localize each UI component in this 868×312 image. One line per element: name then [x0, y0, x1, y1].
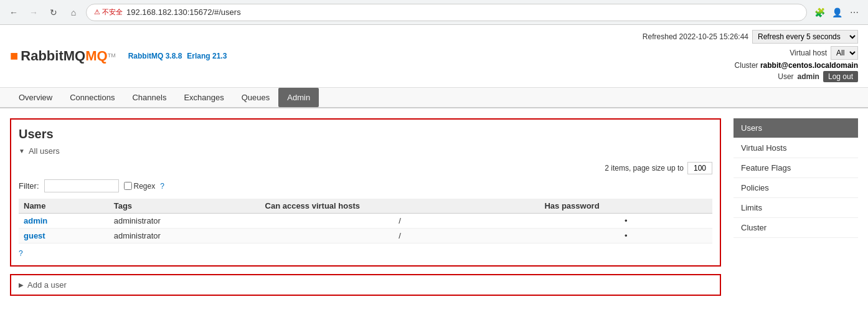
sidebar-item-feature-flags[interactable]: Feature Flags — [734, 158, 858, 178]
logo: ■ RabbitMQMQTM RabbitMQ 3.8.8 Erlang 21.… — [10, 48, 227, 64]
browser-actions: 🧩 👤 ⋯ — [812, 5, 862, 20]
vhost-label: Virtual host — [790, 49, 827, 57]
col-tags: Tags — [109, 199, 260, 214]
all-users-header[interactable]: ▼ All users — [19, 146, 712, 156]
section-title: Users — [19, 127, 712, 141]
nav-exchanges[interactable]: Exchanges — [175, 88, 232, 107]
regex-label[interactable]: Regex — [124, 182, 156, 191]
sidebar-item-policies[interactable]: Policies — [734, 178, 858, 198]
filter-help[interactable]: ? — [160, 182, 164, 191]
cell-tags: administrator — [109, 229, 260, 243]
main-content: Users ▼ All users 2 items, page size up … — [0, 108, 868, 312]
logo-tm: TM — [108, 52, 116, 59]
users-section: Users ▼ All users 2 items, page size up … — [10, 118, 721, 267]
home-button[interactable]: ⌂ — [66, 5, 81, 20]
table-header-row: Name Tags Can access virtual hosts Has p… — [19, 199, 712, 214]
version-erlang: Erlang 21.3 — [187, 52, 227, 60]
cluster-label: Cluster — [735, 61, 758, 70]
version-rabbit: RabbitMQ 3.8.8 — [128, 52, 182, 60]
nav-admin[interactable]: Admin — [278, 88, 319, 107]
col-vhosts: Can access virtual hosts — [260, 199, 540, 214]
right-sidebar: UsersVirtual HostsFeature FlagsPoliciesL… — [734, 118, 858, 303]
left-panel: Users ▼ All users 2 items, page size up … — [10, 118, 721, 303]
cell-password: • — [539, 229, 712, 243]
filter-input[interactable] — [44, 179, 119, 192]
cluster-row: Cluster rabbit@centos.localdomain — [643, 61, 858, 70]
refresh-select[interactable]: Refresh every 5 seconds Refresh every 10… — [752, 30, 858, 44]
refresh-button[interactable]: ↻ — [46, 5, 61, 20]
sidebar-item-virtual-hosts[interactable]: Virtual Hosts — [734, 138, 858, 158]
col-name: Name — [19, 199, 109, 214]
logo-text: RabbitMQMQTM — [21, 48, 115, 64]
back-button[interactable]: ← — [6, 5, 21, 20]
app: ■ RabbitMQMQTM RabbitMQ 3.8.8 Erlang 21.… — [0, 25, 868, 312]
address-bar[interactable]: ⚠ 不安全 192.168.182.130:15672/#/users — [86, 4, 807, 21]
forward-button[interactable]: → — [26, 5, 41, 20]
sidebar-item-cluster[interactable]: Cluster — [734, 218, 858, 238]
filter-row: Filter: Regex ? — [19, 179, 712, 192]
add-user-label: Add a user — [27, 280, 67, 290]
page-size-row: 2 items, page size up to — [19, 162, 712, 174]
regex-checkbox[interactable] — [124, 182, 132, 190]
extensions-button[interactable]: 🧩 — [812, 5, 827, 20]
logo-rabbit: RabbitMQ — [21, 48, 85, 64]
table-row: admin administrator / • — [19, 214, 712, 229]
cell-name: guest — [19, 229, 109, 243]
sidebar-item-limits[interactable]: Limits — [734, 198, 858, 218]
user-link[interactable]: guest — [24, 231, 45, 240]
logo-mq: MQ — [85, 48, 107, 64]
cell-vhosts: / — [260, 214, 540, 229]
user-label: User — [778, 72, 793, 81]
vhost-select[interactable]: All / — [831, 46, 858, 60]
address-text: 192.168.182.130:15672/#/users — [126, 7, 241, 17]
page-info: 2 items, page size up to — [605, 164, 684, 173]
security-warning: ⚠ 不安全 — [94, 7, 123, 17]
regex-text: Regex — [134, 182, 156, 191]
logout-button[interactable]: Log out — [823, 71, 858, 82]
nav-connections[interactable]: Connections — [61, 88, 123, 107]
add-user-triangle: ▶ — [19, 281, 24, 288]
cell-vhosts: / — [260, 229, 540, 243]
triangle-icon: ▼ — [19, 148, 25, 154]
nav-channels[interactable]: Channels — [123, 88, 175, 107]
refresh-timestamp: Refreshed 2022-10-25 15:26:44 — [643, 32, 748, 41]
logo-icon: ■ — [10, 48, 18, 64]
more-button[interactable]: ⋯ — [847, 5, 862, 20]
add-user-box[interactable]: ▶ Add a user — [10, 274, 721, 296]
top-right: Refreshed 2022-10-25 15:26:44 Refresh ev… — [643, 30, 858, 82]
logo-versions: RabbitMQ 3.8.8 Erlang 21.3 — [128, 52, 227, 60]
cluster-value: rabbit@centos.localdomain — [760, 61, 858, 70]
user-link[interactable]: admin — [24, 216, 47, 225]
page-size-input[interactable] — [687, 162, 712, 174]
profile-button[interactable]: 👤 — [829, 5, 844, 20]
table-help[interactable]: ? — [19, 249, 23, 258]
cell-name: admin — [19, 214, 109, 229]
nav-overview[interactable]: Overview — [10, 88, 61, 107]
cell-tags: administrator — [109, 214, 260, 229]
all-users-label: All users — [29, 146, 60, 156]
cell-password: • — [539, 214, 712, 229]
top-bar: ■ RabbitMQMQTM RabbitMQ 3.8.8 Erlang 21.… — [0, 25, 868, 87]
users-table: Name Tags Can access virtual hosts Has p… — [19, 199, 712, 243]
user-row: User admin Log out — [643, 71, 858, 82]
browser-chrome: ← → ↻ ⌂ ⚠ 不安全 192.168.182.130:15672/#/us… — [0, 0, 868, 25]
user-value: admin — [798, 72, 819, 81]
col-password: Has password — [539, 199, 712, 214]
vhost-row: Virtual host All / — [643, 46, 858, 60]
refresh-row: Refreshed 2022-10-25 15:26:44 Refresh ev… — [643, 30, 858, 44]
nav-queues[interactable]: Queues — [233, 88, 279, 107]
filter-label: Filter: — [19, 181, 39, 191]
nav-bar: Overview Connections Channels Exchanges … — [0, 87, 868, 108]
table-row: guest administrator / • — [19, 229, 712, 243]
sidebar-item-users[interactable]: Users — [734, 118, 858, 138]
